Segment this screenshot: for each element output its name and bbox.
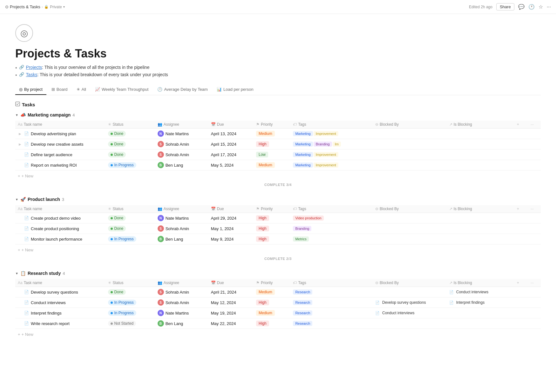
more-options-btn[interactable]: ···: [529, 207, 535, 211]
tag-badge[interactable]: Marketing: [293, 142, 313, 147]
task-priority[interactable]: Medium: [254, 129, 290, 139]
add-column-btn[interactable]: +: [515, 122, 521, 127]
table-row[interactable]: 📄 Write research report Not Started BBen…: [15, 318, 541, 329]
task-expand-btn[interactable]: ▶: [18, 131, 22, 136]
task-status[interactable]: In Progress: [105, 234, 155, 244]
task-status[interactable]: In Progress: [105, 160, 155, 170]
history-icon[interactable]: 🕐: [528, 4, 535, 10]
task-priority[interactable]: High: [254, 223, 290, 234]
task-expand-btn[interactable]: ▶: [18, 142, 22, 146]
task-priority[interactable]: Medium: [254, 287, 290, 297]
tag-badge[interactable]: Video production: [293, 216, 323, 221]
tag-badge[interactable]: Marketing: [293, 152, 313, 157]
th-more-col[interactable]: ···: [527, 205, 541, 213]
table-row[interactable]: 📄 Conduct interviews In Progress SSohrab…: [15, 297, 541, 308]
table-row[interactable]: 📄 Interpret findings In Progress NNate M…: [15, 308, 541, 318]
tag-badge[interactable]: Improvement: [314, 152, 338, 157]
task-priority[interactable]: High: [254, 297, 290, 308]
tag-badge[interactable]: Improvement: [314, 131, 338, 136]
share-button[interactable]: Share: [496, 3, 514, 10]
blocked-task-name[interactable]: Conduct interviews: [382, 311, 414, 315]
table-row[interactable]: 📄 Create product demo video Done NNate M…: [15, 213, 541, 223]
more-options-btn[interactable]: ···: [529, 122, 535, 127]
task-status[interactable]: Not Started: [105, 318, 155, 329]
more-icon[interactable]: ···: [547, 4, 551, 10]
table-row[interactable]: 📄 Report on marketing ROI In Progress BB…: [15, 160, 541, 170]
table-row[interactable]: 📄 Create product positioning Done SSohra…: [15, 223, 541, 234]
tag-badge[interactable]: Research: [293, 310, 312, 316]
research-new-row[interactable]: + + New: [15, 330, 541, 339]
tag-badge[interactable]: Improvement: [314, 163, 338, 168]
th-more-col[interactable]: ···: [527, 279, 541, 287]
group-product-collapse[interactable]: ▼: [15, 198, 18, 201]
tag-badge[interactable]: Marketing: [293, 163, 313, 168]
group-research-collapse[interactable]: ▼: [15, 272, 18, 275]
tag-badge[interactable]: Branding: [293, 226, 311, 231]
tag-badge[interactable]: Metrics: [293, 236, 309, 242]
task-priority[interactable]: Medium: [254, 160, 290, 170]
th-more-col[interactable]: ···: [527, 121, 541, 129]
th-add-col[interactable]: +: [512, 205, 527, 213]
group-marketing-collapse[interactable]: ▼: [15, 113, 18, 117]
group-research-header[interactable]: ▼ 📋 Research study 4: [15, 269, 541, 277]
tab-load[interactable]: 📊 Load per person: [213, 84, 257, 95]
task-name-text[interactable]: Create product positioning: [31, 226, 79, 231]
table-row[interactable]: ▶ 📄 Develop new creative assets Done SSo…: [15, 139, 541, 149]
task-name-text[interactable]: Write research report: [31, 321, 70, 326]
task-name-text[interactable]: Conduct interviews: [31, 300, 66, 305]
blocking-task-name[interactable]: Conduct interviews: [456, 290, 488, 294]
breadcrumb-title[interactable]: Projects & Tasks: [10, 4, 40, 9]
task-priority[interactable]: High: [254, 139, 290, 149]
more-options-btn[interactable]: ···: [529, 281, 535, 285]
privacy-chevron[interactable]: ▾: [63, 5, 65, 9]
tag-badge[interactable]: Research: [293, 321, 312, 326]
task-name-text[interactable]: Develop new creative assets: [31, 142, 83, 147]
task-status[interactable]: Done: [105, 223, 155, 234]
tab-by-project[interactable]: ◎ By project: [15, 84, 46, 95]
tag-badge[interactable]: Im: [333, 142, 341, 147]
blocked-task-name[interactable]: Develop survey questions: [382, 300, 426, 305]
add-column-btn[interactable]: +: [515, 207, 521, 211]
task-priority[interactable]: Low: [254, 149, 290, 160]
task-status[interactable]: Done: [105, 287, 155, 297]
task-status[interactable]: Done: [105, 213, 155, 223]
task-status[interactable]: In Progress: [105, 297, 155, 308]
task-name-text[interactable]: Define target audience: [31, 152, 72, 157]
tab-weekly[interactable]: 📈 Weekly Team Throughput: [91, 84, 152, 95]
th-add-col[interactable]: +: [512, 279, 527, 287]
task-status[interactable]: In Progress: [105, 308, 155, 318]
task-priority[interactable]: High: [254, 213, 290, 223]
task-name-text[interactable]: Interpret findings: [31, 311, 62, 316]
task-status[interactable]: Done: [105, 139, 155, 149]
projects-link[interactable]: Projects: [26, 65, 42, 70]
group-product-header[interactable]: ▼ 🚀 Product launch 3: [15, 196, 541, 203]
table-row[interactable]: 📄 Monitor launch performance In Progress…: [15, 234, 541, 244]
task-priority[interactable]: Medium: [254, 308, 290, 318]
tag-badge[interactable]: Marketing: [293, 131, 313, 136]
tag-badge[interactable]: Research: [293, 300, 312, 305]
marketing-new-row[interactable]: + + New: [15, 172, 541, 180]
table-row[interactable]: ▶ 📄 Develop advertising plan Done NNate …: [15, 129, 541, 139]
th-add-col[interactable]: +: [512, 121, 527, 129]
task-priority[interactable]: High: [254, 318, 290, 329]
task-name-text[interactable]: Report on marketing ROI: [31, 163, 77, 168]
blocking-task-name[interactable]: Interpret findings: [456, 300, 485, 305]
tasks-link[interactable]: Tasks: [26, 72, 37, 77]
privacy-label[interactable]: Private: [50, 5, 62, 9]
chat-icon[interactable]: 💬: [518, 4, 525, 10]
table-row[interactable]: 📄 Define target audience Done SSohrab Am…: [15, 149, 541, 160]
task-name-text[interactable]: Monitor launch performance: [31, 237, 82, 242]
star-icon[interactable]: ☆: [539, 4, 543, 10]
add-column-btn[interactable]: +: [515, 281, 521, 285]
table-row[interactable]: 📄 Develop survey questions Done SSohrab …: [15, 287, 541, 297]
task-name-text[interactable]: Develop advertising plan: [31, 131, 76, 136]
product-new-row[interactable]: + + New: [15, 246, 541, 254]
task-name-text[interactable]: Develop survey questions: [31, 290, 78, 295]
task-status[interactable]: Done: [105, 129, 155, 139]
group-marketing-header[interactable]: ▼ 📣 Marketing campaign 4: [15, 111, 541, 119]
tab-board[interactable]: ⊞ Board: [48, 84, 71, 95]
tab-delay[interactable]: 🕐 Average Delay by Team: [153, 84, 212, 95]
task-priority[interactable]: High: [254, 234, 290, 244]
tag-badge[interactable]: Research: [293, 289, 312, 295]
tab-all[interactable]: ✳ All: [73, 84, 90, 95]
